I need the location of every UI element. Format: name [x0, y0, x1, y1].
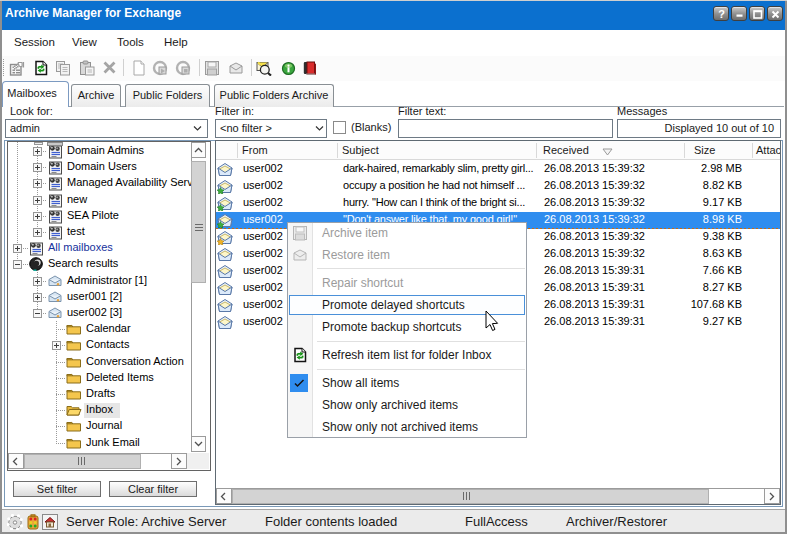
svg-text:?: ?	[718, 8, 725, 20]
